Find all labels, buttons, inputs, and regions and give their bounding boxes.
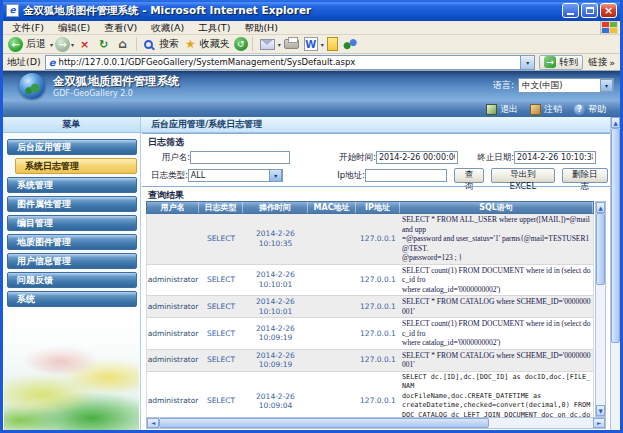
menu-file[interactable]: 文件(F) xyxy=(5,21,51,35)
cell-ip: 127.0.0.1 xyxy=(356,275,400,285)
search-button[interactable]: 搜索 xyxy=(142,37,182,51)
cell-ip: 127.0.0.1 xyxy=(356,234,400,244)
address-input[interactable]: e http://127.0.0.1/GDFGeoGallery/SystemM… xyxy=(45,55,535,70)
language-label: 语言: xyxy=(493,79,514,92)
results-section-title: 查询结果 xyxy=(142,186,610,200)
scroll-up-icon[interactable]: ▲ xyxy=(611,117,620,128)
refresh-button[interactable]: ↻ xyxy=(96,37,111,52)
exit-label: 退出 xyxy=(500,103,518,116)
scrollbar-track[interactable] xyxy=(489,418,593,428)
forward-icon: → xyxy=(55,37,70,52)
start-time-input[interactable] xyxy=(376,151,458,164)
delete-log-button[interactable]: 删除日志 xyxy=(562,168,608,183)
query-button[interactable]: 查询 xyxy=(454,168,484,183)
table-row[interactable]: administrator SELECT 2014-2-26 10:09:04 … xyxy=(147,372,593,418)
logout-button[interactable]: 注销 xyxy=(530,103,562,116)
minimize-button[interactable] xyxy=(562,3,579,18)
print-icon[interactable] xyxy=(284,39,299,49)
stop-button[interactable]: × xyxy=(77,37,92,52)
go-label: 转到 xyxy=(559,56,578,69)
back-button[interactable]: ← 后退 ▾ xyxy=(8,37,53,52)
menu-edit[interactable]: 编辑(E) xyxy=(51,21,97,35)
app-header: 金双狐地质图件管理系统 GDF-GeoGallery 2.0 语言: 中文(中国… xyxy=(3,71,620,101)
sidebar-item-system-management[interactable]: 系统管理 xyxy=(7,177,137,193)
back-dropdown-icon[interactable]: ▾ xyxy=(50,41,53,48)
scrollbar-track[interactable] xyxy=(611,343,620,430)
browser-vertical-scrollbar[interactable]: ▲ xyxy=(610,117,620,430)
cell-type: SELECT xyxy=(199,329,243,339)
cell-type: SELECT xyxy=(199,234,243,244)
sidebar-item-geological-map-management[interactable]: 地质图件管理 xyxy=(7,234,137,250)
sidebar-item-system-log-management[interactable]: 系统日志管理 xyxy=(15,158,137,174)
scrollbar-thumb[interactable] xyxy=(611,128,620,343)
sidebar-item-feedback[interactable]: 问题反馈 xyxy=(7,272,137,288)
home-button[interactable]: ⌂ xyxy=(115,37,130,52)
username-input[interactable] xyxy=(190,151,290,164)
mail-button[interactable]: ▾ xyxy=(258,39,281,50)
globe-logo xyxy=(19,73,45,99)
menu-help[interactable]: 帮助(H) xyxy=(237,21,285,35)
end-date-input[interactable] xyxy=(514,151,596,164)
address-dropdown-icon[interactable]: ▾ xyxy=(520,56,534,69)
scroll-down-icon[interactable]: ▼ xyxy=(596,405,605,416)
history-button[interactable]: ↺ xyxy=(234,37,248,51)
help-button[interactable]: ? 帮助 xyxy=(574,103,606,116)
menu-view[interactable]: 查看(V) xyxy=(97,21,144,35)
notepad-icon[interactable] xyxy=(327,37,338,51)
log-type-select[interactable]: ALL ▾ xyxy=(188,169,283,182)
exit-button[interactable]: 退出 xyxy=(486,103,518,116)
edit-button[interactable]: W▾ xyxy=(302,37,324,51)
menu-favorites[interactable]: 收藏(A) xyxy=(144,21,191,35)
sidebar-item-catalog-management[interactable]: 编目管理 xyxy=(7,215,137,231)
cell-user: administrator xyxy=(147,302,199,312)
sidebar-item-backend-app-management[interactable]: 后台应用管理 xyxy=(7,139,137,155)
favorites-button[interactable]: ★ 收藏夹 xyxy=(184,37,233,51)
scroll-up-icon[interactable]: ▲ xyxy=(596,202,605,213)
scrollbar-thumb[interactable] xyxy=(159,418,489,428)
edit-dropdown-icon[interactable]: ▾ xyxy=(321,41,324,48)
table-row[interactable]: SELECT 2014-2-26 10:10:35 127.0.0.1 SELE… xyxy=(147,214,593,265)
filter-row-2: 日志类型: ALL ▾ Ip地址: 查询 导出到EXCEL 删除日志 xyxy=(146,168,608,183)
ip-label: Ip地址: xyxy=(283,170,365,182)
language-select[interactable]: 中文(中国) ▾ xyxy=(518,78,614,93)
menu-tools[interactable]: 工具(T) xyxy=(191,21,237,35)
sidebar-item-map-attribute-management[interactable]: 图件属性管理 xyxy=(7,196,137,212)
address-url: http://127.0.0.1/GDFGeoGallery/SystemMan… xyxy=(59,57,356,67)
forward-button[interactable]: → ▾ xyxy=(55,37,74,52)
go-button[interactable]: → 转到 xyxy=(539,55,583,70)
export-excel-button[interactable]: 导出到EXCEL xyxy=(491,168,555,183)
sidebar-item-user-info-management[interactable]: 用户信息管理 xyxy=(7,253,137,269)
cell-sql: SELECT * FROM CATALOG where SCHEME_ID='0… xyxy=(400,350,593,371)
chevron-down-icon[interactable]: ▾ xyxy=(269,169,282,182)
windows-logo xyxy=(600,21,618,34)
table-row[interactable]: administrator SELECT 2014-2-26 10:10:01 … xyxy=(147,265,593,297)
breadcrumb: 后台应用管理/系统日志管理 xyxy=(151,118,262,131)
table-horizontal-scrollbar[interactable]: ◄ ► xyxy=(146,417,606,429)
links-button[interactable]: 链接 » xyxy=(587,56,616,69)
help-label: 帮助 xyxy=(588,103,606,116)
search-label: 搜索 xyxy=(159,37,179,51)
scrollbar-track[interactable] xyxy=(596,285,605,405)
app-title: 金双狐地质图件管理系统 xyxy=(53,74,180,89)
favorites-star-icon: ★ xyxy=(185,37,196,51)
forward-dropdown-icon[interactable]: ▾ xyxy=(71,41,74,48)
mail-dropdown-icon[interactable]: ▾ xyxy=(278,41,281,48)
messenger-icon[interactable] xyxy=(342,37,358,51)
scroll-left-icon[interactable]: ◄ xyxy=(147,418,159,428)
table-row[interactable]: administrator SELECT 2014-2-26 10:09:19 … xyxy=(147,350,593,372)
table-vertical-scrollbar[interactable]: ▲ ▼ xyxy=(595,201,606,417)
ip-input[interactable] xyxy=(365,169,447,182)
scroll-right-icon[interactable]: ► xyxy=(593,418,605,428)
sidebar-item-system[interactable]: 系统 xyxy=(7,291,137,307)
links-chevron-icon: » xyxy=(609,57,615,68)
table-row[interactable]: administrator SELECT 2014-2-26 10:10:01 … xyxy=(147,296,593,318)
table-row[interactable]: administrator SELECT 2014-2-26 10:09:19 … xyxy=(147,318,593,350)
close-button[interactable]: × xyxy=(600,3,617,18)
logout-label: 注销 xyxy=(544,103,562,116)
filter-row-1: 用户名: 开始时间: 终止日期: xyxy=(146,150,608,165)
favorites-label: 收藏夹 xyxy=(200,37,230,51)
cell-sql: SELECT dc.[ID],dc.[DOC_ID] as docID,doc.… xyxy=(400,372,593,418)
chevron-down-icon[interactable]: ▾ xyxy=(600,79,613,92)
scrollbar-thumb[interactable] xyxy=(596,213,605,285)
maximize-button[interactable] xyxy=(581,3,598,18)
